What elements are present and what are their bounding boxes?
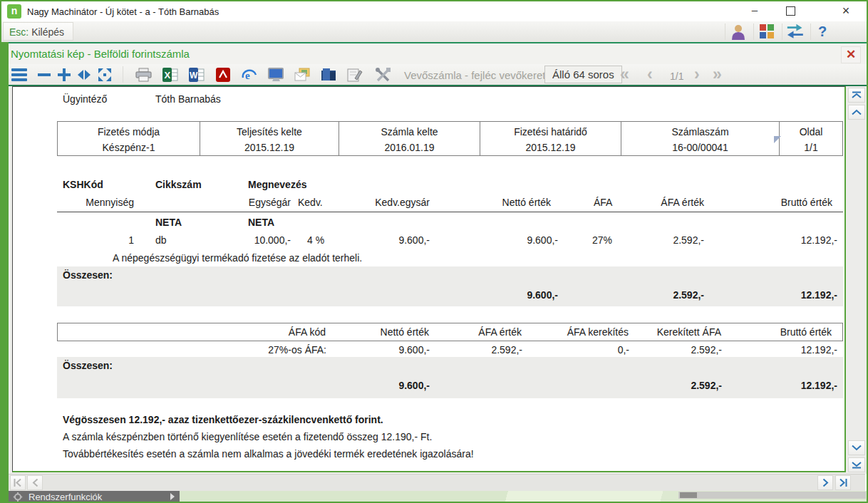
page-indicator: 1/1: [670, 71, 683, 82]
vat-col-kerekites: ÁFA kerekítés: [567, 326, 629, 338]
scroll-top-button[interactable]: [848, 88, 865, 103]
vat-total-netto: 9.600,-: [398, 380, 430, 391]
panel-close-button[interactable]: ✕: [841, 46, 861, 63]
zoom-in-button[interactable]: [54, 66, 74, 83]
next-page-icon: ›: [694, 65, 700, 83]
scroll-bottom-button[interactable]: [848, 457, 865, 472]
vat-col-kerekitett: Kerekített ÁFA: [657, 326, 721, 338]
export-pdf-button[interactable]: [212, 66, 234, 83]
total-afa-ertek: 2.592,-: [673, 289, 704, 301]
item-afa: 27%: [592, 234, 612, 246]
archive-button[interactable]: [317, 66, 340, 83]
agent-name: Tóth Barnabás: [155, 93, 221, 105]
scroll-down-icon: [852, 445, 862, 451]
first-page-icon: «: [620, 65, 629, 83]
word-icon: W: [189, 68, 205, 82]
first-page-button[interactable]: «: [620, 65, 629, 84]
window-title: Nagy Machinátor - Új kötet - a - Tóth Ba…: [27, 6, 219, 17]
last-page-button[interactable]: »: [713, 65, 722, 84]
system-functions-label: Rendszerfunkciók: [29, 492, 102, 502]
item-afa-ertek: 2.592,-: [673, 234, 704, 246]
next-page-button[interactable]: ›: [694, 65, 700, 84]
vertical-scrollbar[interactable]: [847, 86, 867, 474]
bottom-scrollbar-thumb[interactable]: [680, 492, 697, 498]
zoom-out-button[interactable]: [34, 66, 54, 83]
maximize-icon: [786, 6, 795, 16]
system-functions-menu[interactable]: Rendszerfunkciók: [9, 491, 180, 503]
modules-button[interactable]: [754, 22, 780, 41]
scroll-bottom-icon: [852, 461, 862, 469]
col-cikkszam: Cikkszám: [155, 179, 202, 190]
edit-icon: [347, 68, 363, 82]
col-afa: ÁFA: [594, 197, 612, 208]
vat-col-afa-ertek: ÁFA érték: [478, 326, 522, 338]
vat-total-label: Összesen:: [63, 360, 113, 371]
fit-width-button[interactable]: [74, 66, 94, 83]
settings-button[interactable]: [370, 66, 396, 83]
exit-label: Kilépés: [31, 26, 64, 38]
item-mennyiseg: 1: [128, 234, 134, 246]
item-kedv: 4 %: [307, 234, 324, 246]
fit-page-button[interactable]: [94, 66, 115, 83]
col-netto-ertek: Nettó érték: [502, 197, 551, 208]
cell-value: 2015.12.19: [480, 142, 621, 153]
user-button[interactable]: [725, 22, 751, 41]
email-button[interactable]: [291, 66, 314, 83]
hscroll-first-button[interactable]: [10, 475, 26, 490]
cell-value: 16-00/00041: [621, 142, 779, 153]
esc-exit-button[interactable]: Esc: Kilépés: [3, 22, 73, 41]
print-button[interactable]: [133, 66, 155, 83]
left-border-strip: [1, 42, 9, 502]
layout-button[interactable]: Álló 64 soros: [544, 66, 622, 83]
cell-value: 2015.12.19: [200, 142, 339, 153]
hscroll-prev-button[interactable]: [27, 475, 43, 490]
col-kedv-egysar: Kedv.egysár: [375, 197, 430, 208]
transfer-arrows-icon: [786, 24, 805, 40]
transfer-button[interactable]: [782, 22, 808, 41]
scroll-up-button[interactable]: [848, 105, 865, 120]
export-word-button[interactable]: W: [185, 66, 208, 83]
vat-col-afa-kod: ÁFA kód: [289, 326, 326, 338]
cell-label: Oldal: [780, 126, 842, 138]
col-egysegar: Egységár: [249, 197, 291, 208]
app-window: n Nagy Machinátor - Új kötet - a - Tóth …: [0, 0, 868, 503]
zoom-in-icon: [57, 68, 71, 82]
minimize-icon: –: [752, 1, 758, 19]
browser-button[interactable]: e: [238, 66, 261, 83]
horizontal-scrollbar[interactable]: [9, 474, 865, 491]
total-label: Összesen:: [63, 269, 113, 281]
bottom-scrollbar-track[interactable]: [678, 492, 866, 499]
hscroll-next-button[interactable]: [817, 475, 833, 490]
export-excel-button[interactable]: X: [159, 66, 182, 83]
col-megnevezes: Megnevezés: [248, 179, 306, 190]
cash-payment-line: A számla készpénzben történő kiegyenlíté…: [63, 431, 432, 442]
hscroll-last-button[interactable]: [835, 475, 851, 490]
svg-text:W: W: [190, 71, 198, 81]
edit-template-button[interactable]: [343, 66, 366, 83]
vat-row-afa-kod: 27%-os ÁFA:: [268, 344, 326, 356]
vat-total-band: Összesen: 9.600,- 2.592,- 12.192,-: [57, 357, 843, 398]
close-icon: ×: [842, 1, 850, 20]
minimize-button[interactable]: –: [743, 1, 767, 21]
item-egysegar: 10.000,-: [254, 234, 291, 246]
maximize-button[interactable]: [778, 1, 802, 21]
app-logo-icon: n: [7, 4, 21, 19]
help-icon: ?: [818, 24, 827, 39]
invoice-header-table: Fizetés módja Készpénz-1 Teljesítés kelt…: [57, 121, 843, 156]
header-cell-payment: Fizetés módja Készpénz-1: [58, 122, 200, 155]
hscroll-first-icon: [14, 479, 22, 487]
item-brutto: 12.192,-: [801, 234, 837, 246]
vat-row-brutto: 12.192,-: [801, 344, 837, 356]
gear-icon: [13, 492, 23, 502]
help-button[interactable]: ?: [810, 22, 835, 41]
scroll-down-button[interactable]: [848, 440, 865, 455]
vat-total-brutto: 12.192,-: [801, 380, 837, 391]
menu-button[interactable]: [7, 66, 31, 83]
header-rule: [57, 212, 843, 212]
header-cell-invoice-date: Számla kelte 2016.01.19: [339, 122, 480, 155]
status-bar: Rendszerfunkciók: [9, 491, 867, 503]
close-button[interactable]: ×: [834, 1, 858, 21]
prev-page-button[interactable]: ‹: [647, 65, 653, 84]
screen-view-button[interactable]: [264, 66, 287, 83]
item-kedv-egysar: 9.600,-: [398, 234, 430, 246]
